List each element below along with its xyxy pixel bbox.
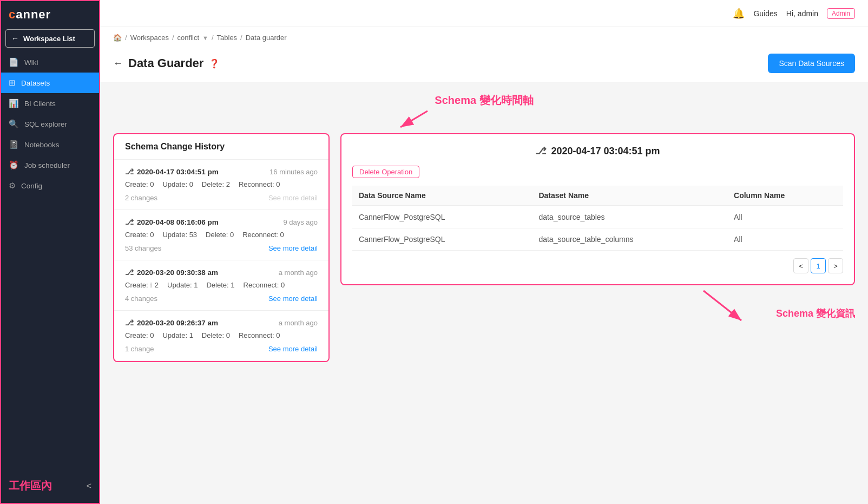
right-panel-title: ⎇ 2020-04-17 03:04:51 pm bbox=[352, 145, 843, 157]
logo-area: canner bbox=[0, 0, 100, 29]
create-stat-1: Create: 0 bbox=[125, 180, 154, 188]
data-source-cell-1: CannerFlow_PostgreSQL bbox=[352, 206, 532, 228]
sidebar-item-config-label: Config bbox=[21, 182, 42, 190]
branch-icon-4: ⎇ bbox=[125, 318, 134, 327]
sidebar-bottom: 工作區內 < bbox=[0, 479, 100, 493]
history-item-4[interactable]: ⎇ 2020-03-20 09:26:37 am a month ago Cre… bbox=[114, 311, 328, 361]
back-arrow-icon: ← bbox=[11, 34, 19, 43]
schema-annotation-area: Schema 變化時間軸 bbox=[113, 93, 855, 131]
schema-info-arrow bbox=[693, 285, 758, 329]
create-stat-3: Create: ℹ 2 bbox=[125, 281, 159, 289]
breadcrumb-tables[interactable]: Tables bbox=[217, 34, 238, 42]
bell-icon[interactable]: 🔔 bbox=[733, 8, 745, 19]
help-icon[interactable]: ❓ bbox=[209, 58, 220, 69]
update-stat-3: Update: 1 bbox=[167, 281, 198, 289]
dataset-cell-1: data_source_tables bbox=[532, 206, 727, 228]
admin-badge: Admin bbox=[827, 8, 855, 19]
sidebar-item-job-scheduler[interactable]: ⏰ Job scheduler bbox=[0, 155, 100, 175]
changes-count-1: 2 changes bbox=[125, 194, 157, 202]
schema-info-annotation-area: Schema 變化資訊 bbox=[340, 285, 855, 334]
page-1-button[interactable]: 1 bbox=[811, 258, 826, 273]
time-ago-1: 16 minutes ago bbox=[269, 168, 318, 176]
update-stat-1: Update: 0 bbox=[162, 180, 193, 188]
history-item-1[interactable]: ⎇ 2020-04-17 03:04:51 pm 16 minutes ago … bbox=[114, 160, 328, 210]
pagination: < 1 > bbox=[352, 258, 843, 273]
breadcrumb-conflict[interactable]: conflict bbox=[177, 34, 199, 42]
config-icon: ⚙ bbox=[9, 181, 16, 191]
sidebar: canner ← Workspace List 📄 Wiki ⊞ Dataset… bbox=[0, 0, 100, 504]
history-stats-3: Create: ℹ 2 Update: 1 Delete: 1 Reconnec… bbox=[125, 281, 318, 289]
info-icon-3[interactable]: ℹ bbox=[150, 282, 153, 289]
home-icon: 🏠 bbox=[113, 34, 122, 42]
create-stat-2: Create: 0 bbox=[125, 231, 154, 239]
history-date-4: 2020-03-20 09:26:37 am bbox=[137, 319, 218, 327]
see-more-3[interactable]: See more detail bbox=[268, 294, 318, 303]
right-panel-date: 2020-04-17 03:04:51 pm bbox=[551, 146, 660, 157]
sidebar-item-wiki[interactable]: 📄 Wiki bbox=[0, 52, 100, 73]
create-stat-4: Create: 0 bbox=[125, 331, 154, 339]
annotation-arrow bbox=[395, 108, 438, 130]
wiki-icon: 📄 bbox=[9, 57, 19, 67]
column-cell-1: All bbox=[727, 206, 843, 228]
history-item-2[interactable]: ⎇ 2020-04-08 06:16:06 pm 9 days ago Crea… bbox=[114, 210, 328, 260]
history-stats-2: Create: 0 Update: 53 Delete: 0 Reconnect… bbox=[125, 231, 318, 239]
page-title: Data Guarder bbox=[128, 56, 203, 70]
page-title-area: ← Data Guarder ❓ bbox=[113, 56, 220, 70]
topbar: 🔔 Guides Hi, admin Admin bbox=[100, 0, 868, 27]
sidebar-item-job-scheduler-label: Job scheduler bbox=[24, 161, 70, 169]
table-row-2: CannerFlow_PostgreSQL data_source_table_… bbox=[352, 228, 843, 251]
panels: Schema Change History ⎇ 2020-04-17 03:04… bbox=[113, 133, 855, 362]
sidebar-collapse-button[interactable]: < bbox=[87, 481, 91, 491]
sidebar-item-notebooks[interactable]: 📓 Notebooks bbox=[0, 134, 100, 155]
delete-stat-2: Delete: 0 bbox=[206, 231, 234, 239]
col-header-dataset: Dataset Name bbox=[532, 186, 727, 206]
sidebar-item-datasets[interactable]: ⊞ Datasets bbox=[0, 73, 100, 93]
sidebar-item-notebooks-label: Notebooks bbox=[24, 141, 60, 149]
data-table: Data Source Name Dataset Name Column Nam… bbox=[352, 186, 843, 251]
sidebar-item-sql-explorer[interactable]: 🔍 SQL explorer bbox=[0, 114, 100, 134]
see-more-2[interactable]: See more detail bbox=[268, 244, 318, 252]
branch-icon-3: ⎇ bbox=[125, 268, 134, 277]
delete-stat-1: Delete: 2 bbox=[202, 180, 230, 188]
reconnect-stat-2: Reconnect: 0 bbox=[242, 231, 284, 239]
sql-explorer-icon: 🔍 bbox=[9, 119, 19, 129]
sidebar-item-bi-clients-label: BI Clients bbox=[24, 100, 56, 108]
history-date-2: 2020-04-08 06:16:06 pm bbox=[137, 218, 219, 226]
right-panel-wrapper: ⎇ 2020-04-17 03:04:51 pm Delete Operatio… bbox=[340, 133, 855, 334]
workspace-label: 工作區內 bbox=[9, 479, 52, 493]
workspace-list-button[interactable]: ← Workspace List bbox=[5, 29, 95, 48]
workspace-list-label: Workspace List bbox=[23, 35, 75, 43]
reconnect-stat-1: Reconnect: 0 bbox=[239, 180, 280, 188]
body-content: Schema 變化時間軸 Schema Change History bbox=[100, 82, 868, 373]
breadcrumb-current: Data guarder bbox=[246, 34, 287, 42]
back-button[interactable]: ← bbox=[113, 58, 123, 69]
col-header-data-source: Data Source Name bbox=[352, 186, 532, 206]
notebooks-icon: 📓 bbox=[9, 140, 19, 149]
topbar-right: 🔔 Guides Hi, admin Admin bbox=[733, 8, 855, 19]
right-panel: ⎇ 2020-04-17 03:04:51 pm Delete Operatio… bbox=[340, 133, 855, 285]
time-ago-3: a month ago bbox=[279, 269, 318, 277]
hi-admin-label: Hi, admin bbox=[786, 9, 818, 18]
history-item-3[interactable]: ⎇ 2020-03-20 09:30:38 am a month ago Cre… bbox=[114, 260, 328, 311]
datasets-icon: ⊞ bbox=[9, 78, 16, 88]
see-more-4[interactable]: See more detail bbox=[268, 345, 318, 353]
prev-page-button[interactable]: < bbox=[793, 258, 808, 273]
svg-line-1 bbox=[400, 111, 428, 127]
sidebar-item-bi-clients[interactable]: 📊 BI Clients bbox=[0, 93, 100, 114]
data-source-cell-2: CannerFlow_PostgreSQL bbox=[352, 228, 532, 251]
content-area: 🏠 / Workspaces / conflict ▼ / Tables / D… bbox=[100, 27, 868, 504]
branch-icon-2: ⎇ bbox=[125, 218, 134, 226]
history-stats-1: Create: 0 Update: 0 Delete: 2 Reconnect:… bbox=[125, 180, 318, 188]
scan-data-sources-button[interactable]: Scan Data Sources bbox=[768, 54, 855, 73]
sidebar-item-wiki-label: Wiki bbox=[24, 58, 38, 67]
reconnect-stat-4: Reconnect: 0 bbox=[239, 331, 280, 339]
update-stat-4: Update: 1 bbox=[162, 331, 193, 339]
sidebar-item-config[interactable]: ⚙ Config bbox=[0, 175, 100, 196]
guides-link[interactable]: Guides bbox=[753, 9, 777, 18]
changes-count-2: 53 changes bbox=[125, 244, 161, 252]
svg-line-3 bbox=[703, 291, 741, 320]
app-logo: canner bbox=[9, 8, 51, 22]
delete-stat-4: Delete: 0 bbox=[202, 331, 230, 339]
next-page-button[interactable]: > bbox=[828, 258, 843, 273]
breadcrumb-workspaces[interactable]: Workspaces bbox=[130, 34, 169, 42]
